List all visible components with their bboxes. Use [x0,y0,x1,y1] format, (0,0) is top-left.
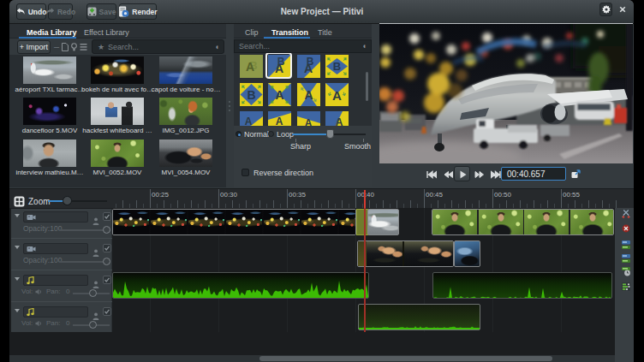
svg-text:B: B [247,88,255,102]
svg-text:A: A [305,117,313,126]
svg-text:A: A [246,60,254,74]
svg-text:A: A [336,116,343,126]
svg-text:B: B [333,60,341,73]
svg-text:A: A [245,116,253,126]
svg-text:A: A [304,88,313,102]
svg-text:A: A [304,62,313,75]
svg-text:A: A [275,88,283,102]
svg-text:A: A [276,116,283,126]
svg-text:A: A [332,88,342,103]
